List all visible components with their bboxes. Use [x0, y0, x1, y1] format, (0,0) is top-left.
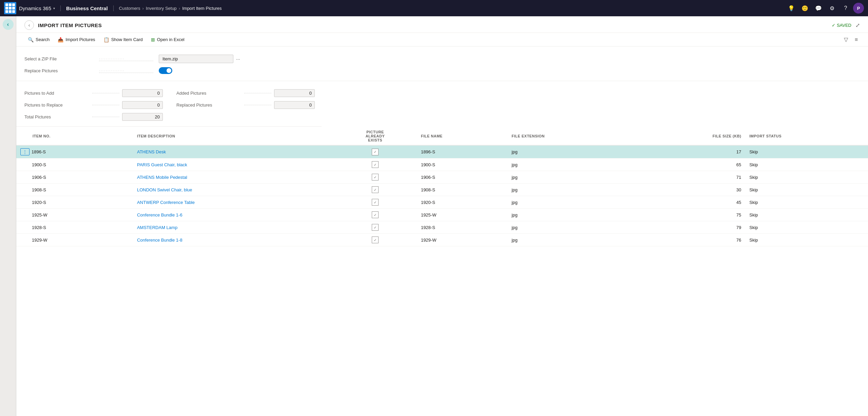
item-no-value: 1920-S	[32, 200, 46, 205]
expand-button[interactable]: ⤢	[855, 22, 860, 29]
cell-file-size: 45	[633, 196, 745, 209]
page-back-button[interactable]: ‹	[24, 20, 34, 30]
header-right: ✓ SAVED ⤢	[832, 22, 860, 29]
sidebar-back-button[interactable]: ‹	[3, 19, 14, 30]
cell-item-no: 1908-S	[16, 184, 133, 196]
col-header-import-status: IMPORT STATUS	[745, 127, 868, 145]
settings-button[interactable]: ⚙	[826, 2, 838, 14]
filter-button[interactable]: ▽	[842, 35, 850, 44]
toolbar-right-actions: ▽ ≡	[842, 35, 860, 44]
cell-import-status: Skip	[745, 234, 868, 246]
view-options-button[interactable]: ≡	[853, 35, 860, 44]
zip-file-ellipsis-button[interactable]: ···	[236, 56, 240, 62]
row-actions-button[interactable]: ⋮	[20, 148, 30, 155]
feedback-button[interactable]: 🙂	[799, 2, 811, 14]
replace-pictures-label: Replace Pictures	[24, 68, 99, 73]
lightbulb-button[interactable]: 💡	[785, 2, 797, 14]
pictures-to-add-label: Pictures to Add	[24, 91, 92, 96]
cell-file-size: 17	[633, 145, 745, 158]
open-in-excel-button[interactable]: ⊞ Open in Excel	[148, 35, 188, 44]
cell-picture-exists: ✓	[333, 158, 417, 171]
item-description-link[interactable]: Conference Bundle 1-8	[137, 238, 182, 243]
cell-picture-exists: ✓	[333, 184, 417, 196]
cell-item-description: Conference Bundle 1-6	[133, 209, 333, 221]
show-item-card-button[interactable]: 📋 Show Item Card	[100, 35, 146, 44]
item-no-value: 1925-W	[32, 212, 47, 218]
cell-picture-exists: ✓	[333, 234, 417, 246]
pictures-to-add-row: Pictures to Add 0	[24, 89, 163, 97]
breadcrumb-inventory-setup[interactable]: Inventory Setup	[146, 6, 177, 11]
cell-item-no: 1929-W	[16, 234, 133, 246]
zip-file-label: Select a ZIP File	[24, 56, 99, 61]
cell-item-no: 1925-W	[16, 209, 133, 221]
replaced-pictures-value: 0	[274, 101, 315, 109]
cell-item-description: PARIS Guest Chair, black	[133, 158, 333, 171]
breadcrumb-customers[interactable]: Customers	[119, 6, 140, 11]
cell-file-extension: jpg	[507, 196, 633, 209]
stats-section: Pictures to Add 0 Added Pictures 0 Pictu…	[16, 81, 322, 127]
table-header-row: ITEM NO. ITEM DESCRIPTION PICTUREALREADY…	[16, 127, 868, 145]
item-description-link[interactable]: AMSTERDAM Lamp	[137, 225, 177, 230]
zip-file-row: Select a ZIP File ··············· Item.z…	[24, 55, 860, 63]
table-section: ITEM NO. ITEM DESCRIPTION PICTUREALREADY…	[16, 127, 868, 416]
item-description-link[interactable]: Conference Bundle 1-6	[137, 212, 182, 218]
cell-picture-exists: ✓	[333, 145, 417, 158]
cell-import-status: Skip	[745, 145, 868, 158]
col-header-file-size: FILE SIZE (KB)	[633, 127, 745, 145]
table-row: 1908-S LONDON Swivel Chair, blue ✓ 1908-…	[16, 184, 868, 196]
item-description-link[interactable]: LONDON Swivel Chair, blue	[137, 187, 192, 192]
items-table: ITEM NO. ITEM DESCRIPTION PICTUREALREADY…	[16, 127, 868, 246]
search-label: Search	[36, 37, 50, 42]
cell-picture-exists: ✓	[333, 209, 417, 221]
cell-import-status: Skip	[745, 184, 868, 196]
pictures-to-add-dots	[92, 93, 119, 93]
cell-import-status: Skip	[745, 158, 868, 171]
col-header-file-name: FILE NAME	[417, 127, 507, 145]
item-description-link[interactable]: ANTWERP Conference Table	[137, 200, 195, 205]
saved-label: SAVED	[837, 23, 851, 28]
cell-import-status: Skip	[745, 196, 868, 209]
item-no-value: 1908-S	[32, 187, 46, 192]
total-pictures-label: Total Pictures	[24, 114, 92, 119]
sidebar: ‹	[0, 16, 16, 416]
cell-item-no: 1928-S	[16, 221, 133, 234]
chat-button[interactable]: 💬	[812, 2, 825, 14]
help-button[interactable]: ?	[840, 2, 852, 14]
cell-file-size: 30	[633, 184, 745, 196]
zip-file-input[interactable]: Item.zip	[159, 55, 233, 63]
cell-item-description: ATHENS Desk	[133, 145, 333, 158]
item-description-link[interactable]: ATHENS Desk	[137, 149, 166, 154]
table-row: 1929-W Conference Bundle 1-8 ✓ 1929-W jp…	[16, 234, 868, 246]
cell-import-status: Skip	[745, 171, 868, 184]
col-header-file-extension: FILE EXTENSION	[507, 127, 633, 145]
replace-pictures-toggle-wrap	[159, 67, 172, 74]
user-avatar[interactable]: P	[853, 3, 864, 14]
replace-pictures-row: Replace Pictures ···············	[24, 67, 860, 74]
replace-pictures-toggle[interactable]	[159, 67, 172, 74]
waffle-menu-button[interactable]	[4, 2, 16, 14]
picture-exists-checkbox: ✓	[372, 174, 379, 181]
cell-file-name: 1920-S	[417, 196, 507, 209]
cell-file-name: 1929-W	[417, 234, 507, 246]
picture-exists-checkbox: ✓	[372, 224, 379, 231]
cell-file-name: 1900-S	[417, 158, 507, 171]
cell-file-extension: jpg	[507, 221, 633, 234]
import-pictures-button[interactable]: 📥 Import Pictures	[54, 35, 98, 44]
total-pictures-dots	[92, 117, 119, 117]
check-icon: ✓	[832, 23, 835, 28]
main-content: ‹ IMPORT ITEM PICTURES ✓ SAVED ⤢ 🔍 Searc…	[16, 16, 868, 416]
breadcrumb-current: Import Item Pictures	[182, 6, 221, 11]
col-header-picture-exists: PICTUREALREADYEXISTS	[333, 127, 417, 145]
item-description-link[interactable]: ATHENS Mobile Pedestal	[137, 175, 187, 180]
pictures-to-add-value: 0	[122, 89, 163, 97]
item-description-link[interactable]: PARIS Guest Chair, black	[137, 162, 187, 167]
import-pictures-label: Import Pictures	[65, 37, 95, 42]
picture-exists-checkbox: ✓	[372, 149, 379, 155]
search-button[interactable]: 🔍 Search	[24, 35, 53, 44]
open-in-excel-label: Open in Excel	[157, 37, 185, 42]
zip-file-dots: ···············	[99, 57, 153, 61]
table-row: 1906-S ATHENS Mobile Pedestal ✓ 1906-S j…	[16, 171, 868, 184]
dynamics365-label[interactable]: Dynamics 365 ▾	[19, 5, 61, 11]
cell-file-name: 1925-W	[417, 209, 507, 221]
d365-dropdown-icon: ▾	[53, 6, 55, 10]
